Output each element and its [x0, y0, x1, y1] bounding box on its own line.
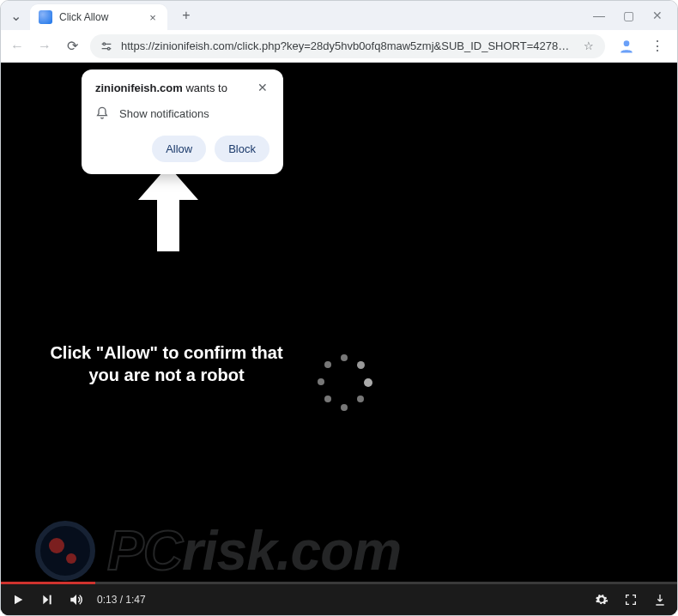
dialog-permission-label: Show notifications — [119, 107, 209, 120]
svg-point-6 — [624, 40, 630, 46]
download-icon — [653, 593, 667, 607]
chevron-down-icon: ⌄ — [10, 8, 21, 24]
window-maximize-button[interactable]: ▢ — [620, 8, 636, 23]
svg-marker-9 — [43, 595, 48, 605]
kebab-icon: ⋮ — [651, 38, 664, 54]
minimize-icon: — — [593, 9, 605, 22]
gear-icon — [595, 593, 608, 607]
window-minimize-button[interactable]: — — [591, 8, 607, 23]
play-button[interactable] — [9, 591, 27, 608]
tab-strip: ⌄ Click Allow × + — ▢ ✕ — [1, 1, 677, 30]
notification-permission-dialog: zinionifeish.com wants to ✕ Show notific… — [82, 69, 283, 174]
watermark: PCrisk.com — [35, 521, 401, 581]
block-button[interactable]: Block — [215, 136, 269, 162]
maximize-icon: ▢ — [623, 9, 634, 22]
dialog-actions: Allow Block — [95, 136, 269, 162]
tab-favicon — [39, 10, 52, 24]
toolbar-right: ⋮ — [614, 37, 670, 56]
svg-marker-8 — [15, 595, 22, 605]
fullscreen-icon — [624, 593, 638, 607]
instruction-text: Click "Allow" to confirm that you are no… — [42, 341, 291, 386]
settings-button[interactable] — [593, 591, 610, 608]
reload-button[interactable]: ⟳ — [63, 37, 82, 56]
plus-icon: + — [182, 8, 190, 23]
next-button[interactable] — [39, 591, 56, 608]
svg-marker-7 — [138, 166, 198, 251]
watermark-logo-icon — [35, 521, 95, 581]
browser-window: ⌄ Click Allow × + — ▢ ✕ ← → ⟳ https://zi… — [0, 0, 678, 616]
url-text: https://zinionifeish.com/click.php?key=2… — [121, 39, 574, 52]
window-close-button[interactable]: ✕ — [650, 8, 665, 23]
back-button[interactable]: ← — [8, 37, 27, 56]
volume-icon — [69, 592, 84, 607]
browser-tab[interactable]: Click Allow × — [30, 4, 167, 30]
tune-icon — [100, 39, 113, 53]
close-icon: ✕ — [652, 9, 663, 22]
site-info-button[interactable] — [99, 39, 114, 53]
dialog-site-name: zinionifeish.com — [95, 82, 183, 94]
spinner-dot — [324, 396, 331, 402]
next-icon — [40, 593, 54, 607]
close-icon: ✕ — [257, 81, 268, 94]
time-display: 0:13 / 1:47 — [97, 594, 146, 606]
arrow-left-icon: ← — [10, 39, 24, 54]
svg-rect-10 — [50, 595, 51, 605]
menu-button[interactable]: ⋮ — [648, 37, 667, 56]
arrow-up-icon — [138, 166, 198, 251]
bookmark-button[interactable]: ☆ — [581, 39, 596, 52]
play-icon — [11, 593, 25, 607]
download-button[interactable] — [651, 591, 669, 608]
spinner-dot — [357, 396, 364, 402]
volume-button[interactable] — [68, 591, 85, 608]
toolbar: ← → ⟳ https://zinionifeish.com/click.php… — [1, 30, 677, 63]
svg-marker-11 — [70, 595, 76, 605]
allow-button[interactable]: Allow — [152, 136, 206, 162]
star-icon: ☆ — [584, 39, 594, 52]
dialog-header: zinionifeish.com wants to ✕ — [95, 82, 269, 94]
new-tab-button[interactable]: + — [176, 5, 197, 26]
reload-icon: ⟳ — [67, 38, 78, 54]
loading-spinner — [314, 354, 374, 414]
close-icon: × — [149, 11, 156, 24]
video-controls: 0:13 / 1:47 — [1, 584, 677, 615]
pointer-arrow — [138, 166, 198, 251]
fullscreen-button[interactable] — [622, 591, 639, 608]
watermark-text: PCrisk.com — [107, 523, 401, 578]
avatar-icon — [618, 38, 635, 55]
spinner-dot — [364, 378, 372, 387]
dialog-permission-row: Show notifications — [95, 106, 269, 120]
spinner-dot — [357, 361, 365, 369]
tab-title: Click Allow — [59, 11, 140, 23]
dialog-wants-to: wants to — [183, 82, 227, 94]
svg-point-3 — [107, 47, 110, 50]
window-controls: — ▢ ✕ — [591, 8, 672, 23]
bell-icon — [95, 106, 109, 120]
forward-button[interactable]: → — [35, 37, 54, 56]
spinner-dot — [341, 354, 348, 361]
page-viewport: Click "Allow" to confirm that you are no… — [1, 63, 677, 615]
svg-point-0 — [103, 43, 106, 45]
tab-close-button[interactable]: × — [147, 11, 159, 23]
dialog-origin: zinionifeish.com wants to — [95, 82, 227, 94]
arrow-right-icon: → — [38, 39, 51, 54]
spinner-dot — [318, 378, 324, 385]
tab-search-button[interactable]: ⌄ — [6, 6, 25, 25]
address-bar[interactable]: https://zinionifeish.com/click.php?key=2… — [90, 34, 605, 58]
dialog-close-button[interactable]: ✕ — [256, 82, 269, 94]
profile-button[interactable] — [617, 37, 636, 56]
spinner-dot — [324, 361, 331, 368]
spinner-dot — [341, 404, 348, 411]
